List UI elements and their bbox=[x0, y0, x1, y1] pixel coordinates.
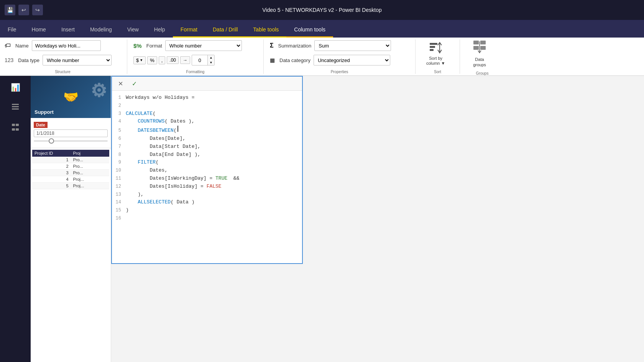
properties-label: Properties bbox=[270, 68, 409, 74]
format-select[interactable]: Whole number Decimal number Percentage C… bbox=[165, 40, 242, 51]
table-row: 5 Proj... bbox=[32, 183, 109, 189]
ribbon-tabs: File Home Insert Modeling View Help Form… bbox=[0, 20, 644, 38]
tab-table-tools[interactable]: Table tools bbox=[245, 23, 286, 38]
code-line-8: 8 Data[End Date] ), bbox=[115, 151, 299, 159]
svg-rect-5 bbox=[473, 41, 479, 44]
summarization-icon: Σ bbox=[270, 42, 274, 49]
spinner-up-btn[interactable]: ▲ bbox=[207, 55, 214, 60]
slicer-input[interactable] bbox=[34, 129, 108, 137]
data-category-row: ▦ Data category Uncategorized Address Ci… bbox=[270, 55, 391, 66]
sort-label: Sort bbox=[422, 68, 453, 74]
slicer-slider-thumb[interactable] bbox=[49, 138, 54, 144]
format-row: $% Format Whole number Decimal number Pe… bbox=[133, 40, 242, 51]
svg-rect-16 bbox=[16, 128, 19, 131]
code-line-7: 7 Data[Start Date], bbox=[115, 143, 299, 151]
sidebar-data-view[interactable] bbox=[7, 99, 24, 116]
tab-format[interactable]: Format bbox=[173, 23, 205, 38]
table-row: 1 Pro... bbox=[32, 157, 109, 163]
spinner-buttons: ▲ ▼ bbox=[207, 55, 214, 65]
redo-icon[interactable]: ↪ bbox=[32, 5, 43, 15]
table-cell-id-2: 2 bbox=[32, 163, 71, 169]
line-num-2: 2 bbox=[115, 102, 126, 110]
sort-icon bbox=[429, 41, 443, 55]
line-num-11: 11 bbox=[115, 175, 126, 182]
formatting-label: Formatting bbox=[133, 68, 257, 74]
decimal-value[interactable] bbox=[192, 57, 207, 64]
tab-modeling[interactable]: Modeling bbox=[82, 23, 120, 38]
tab-data-drill[interactable]: Data / Drill bbox=[205, 23, 245, 38]
tab-view[interactable]: View bbox=[120, 23, 146, 38]
panel-slicer: Date bbox=[31, 118, 111, 148]
line-num-13: 13 bbox=[115, 191, 126, 198]
kw-allselected: ALLSELECTED bbox=[138, 199, 171, 205]
svg-rect-8 bbox=[480, 46, 486, 50]
data-category-select[interactable]: Uncategorized Address City bbox=[314, 55, 390, 66]
formula-confirm-btn[interactable]: ✓ bbox=[130, 79, 139, 88]
line-num-8: 8 bbox=[115, 151, 126, 159]
currency-btn[interactable]: $ ▼ bbox=[133, 56, 146, 64]
decimal-increase-btn[interactable]: .00 bbox=[167, 56, 179, 64]
gear-icon-large: ⚙ bbox=[90, 80, 107, 101]
hands-icon: 🤝 bbox=[63, 90, 79, 104]
svg-rect-10 bbox=[12, 104, 19, 105]
tab-home[interactable]: Home bbox=[24, 23, 54, 38]
line-num-4: 4 bbox=[115, 118, 126, 125]
tab-file[interactable]: File bbox=[0, 23, 24, 38]
formula-editor-toolbar: ✕ ✓ bbox=[112, 77, 302, 91]
code-text-3: CALCULATE( bbox=[126, 110, 156, 118]
code-line-13: 13 ), bbox=[115, 191, 299, 199]
line-num-7: 7 bbox=[115, 143, 126, 151]
table-cell-id-3: 3 bbox=[32, 170, 71, 176]
code-text-13: ), bbox=[126, 191, 144, 199]
datatype-select[interactable]: Whole number Decimal number Text Date bbox=[43, 55, 112, 66]
kw-true: TRUE bbox=[215, 175, 227, 181]
svg-rect-2 bbox=[430, 49, 434, 51]
decimal-decrease-btn[interactable]: → bbox=[180, 56, 190, 64]
data-groups-btn[interactable]: Datagroups bbox=[466, 38, 493, 69]
kw-datesbetween: DATESBETWEEN bbox=[138, 128, 174, 133]
left-panel: ⚙ 🤝 Support Date Project ID Proj 1 bbox=[31, 76, 111, 362]
code-line-1: 1 Workdays w/o Holidays = bbox=[115, 94, 299, 102]
sidebar-model-view[interactable] bbox=[7, 119, 24, 136]
decimal-increase-icon: .00 bbox=[169, 57, 176, 63]
ribbon-content: 🏷 Name 123 Data type Whole number Decima… bbox=[0, 38, 644, 76]
dollar-dropdown-icon: ▼ bbox=[140, 58, 143, 62]
formula-cancel-btn[interactable]: ✕ bbox=[116, 79, 125, 88]
svg-rect-11 bbox=[12, 106, 19, 107]
table-cell-id-1: 1 bbox=[32, 157, 71, 163]
name-row: 🏷 Name bbox=[5, 40, 112, 51]
comma-btn[interactable]: , bbox=[159, 56, 166, 64]
tab-insert[interactable]: Insert bbox=[54, 23, 82, 38]
spinner-down-btn[interactable]: ▼ bbox=[207, 60, 214, 65]
svg-rect-12 bbox=[12, 108, 19, 110]
svg-rect-0 bbox=[430, 43, 437, 45]
table-cell-id-4: 4 bbox=[32, 176, 71, 182]
percent-btn[interactable]: % bbox=[147, 56, 157, 64]
cursor bbox=[177, 126, 178, 132]
sidebar-report-view[interactable]: 📊 bbox=[7, 79, 24, 96]
code-text-9: FILTER( bbox=[126, 159, 159, 167]
slicer-slider-track[interactable] bbox=[34, 140, 108, 142]
code-text-1: Workdays w/o Holidays = bbox=[126, 94, 194, 102]
sort-by-column-btn[interactable]: Sort bycolumn ▼ bbox=[422, 39, 450, 68]
line-num-6: 6 bbox=[115, 135, 126, 143]
code-line-11: 11 Dates[IsWorkingDay] = TRUE && bbox=[115, 175, 299, 183]
tab-column-tools[interactable]: Column tools bbox=[286, 23, 333, 38]
ribbon-group-groups: Datagroups Groups bbox=[466, 39, 504, 74]
code-line-6: 6 Dates[Date], bbox=[115, 135, 299, 143]
formula-editor-content[interactable]: 1 Workdays w/o Holidays = 2 3 CALCULATE(… bbox=[112, 91, 302, 263]
svg-rect-15 bbox=[12, 128, 15, 131]
summarization-row: Σ Summarization Sum Count Average bbox=[270, 40, 391, 51]
content-area: ⚙ 🤝 Support Date Project ID Proj 1 bbox=[31, 76, 644, 362]
name-input[interactable] bbox=[32, 40, 101, 51]
tab-help[interactable]: Help bbox=[146, 23, 173, 38]
decimal-spinner[interactable]: ▲ ▼ bbox=[192, 55, 215, 66]
undo-icon[interactable]: ↩ bbox=[18, 5, 29, 15]
ribbon-group-formatting: $% Format Whole number Decimal number Pe… bbox=[133, 39, 264, 74]
code-line-12: 12 Dates[IsHoliday] = FALSE bbox=[115, 183, 299, 191]
table-cell-proj-1: Pro... bbox=[71, 157, 110, 163]
formula-editor: ✕ ✓ 1 Workdays w/o Holidays = 2 3 CAL bbox=[111, 76, 303, 264]
save-icon[interactable]: 💾 bbox=[5, 5, 15, 15]
datatype-row: 123 Data type Whole number Decimal numbe… bbox=[5, 55, 112, 66]
summarization-select[interactable]: Sum Count Average bbox=[314, 40, 391, 51]
